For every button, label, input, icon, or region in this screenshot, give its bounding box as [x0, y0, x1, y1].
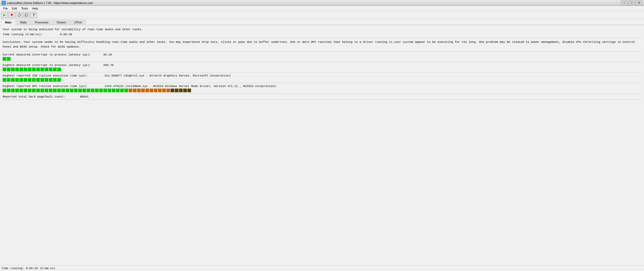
main-content: Your system is being analyzed for suitab… — [0, 25, 644, 271]
divider-4 — [3, 72, 641, 73]
divider-3 — [3, 62, 641, 62]
metric-current-latency-bar — [3, 57, 641, 61]
metric-isr-label: Highest reported ISR routine execution t… — [3, 74, 641, 77]
metric-dpc-extra: (nvlddmkm.sys - NVIDIA Windows Kernel Mo… — [125, 85, 276, 88]
metric-isr-value: 311.509877 — [104, 74, 122, 77]
menu-file[interactable]: File — [1, 6, 10, 11]
refresh-button[interactable] — [16, 12, 23, 18]
menu-edit[interactable]: Edit — [10, 6, 19, 11]
menu-tools[interactable]: Tools — [19, 6, 30, 11]
metric-highest-latency-bar — [3, 68, 641, 71]
play-button[interactable]: ▶ — [1, 12, 8, 18]
time-running-line: Time running (h:mm:ss): 0:05:28 — [3, 32, 641, 37]
tab-cpus[interactable]: CPUs — [70, 20, 86, 25]
svg-marker-0 — [18, 13, 20, 14]
metric-dpc-bar — [3, 89, 641, 92]
divider-1 — [3, 38, 641, 38]
title-bar: L LatencyMon (Home Edition) v 7.00 - htt… — [0, 0, 644, 6]
metric-highest-latency: Highest measured interrupt to process la… — [3, 64, 641, 71]
metric-current-latency: Current measured interrupt to process la… — [3, 53, 641, 61]
metric-isr: Highest reported ISR routine execution t… — [3, 74, 641, 82]
time-running-label: Time running (h:mm:ss): — [3, 33, 43, 36]
metric-isr-bar — [3, 78, 641, 82]
tab-stats[interactable]: Stats — [16, 20, 30, 25]
divider-7 — [3, 99, 641, 100]
menu-bar: File Edit Tools Help — [0, 6, 644, 11]
help-button[interactable]: ? — [30, 12, 37, 18]
bar-seg — [7, 57, 10, 61]
metric-pagefault-label: Reported total hard pagefault count: 608… — [3, 95, 641, 98]
svg-rect-2 — [26, 13, 28, 16]
metric-highest-latency-label: Highest measured interrupt to process la… — [3, 64, 641, 67]
menu-help[interactable]: Help — [30, 6, 40, 11]
title-bar-text: LatencyMon (Home Edition) v 7.00 - https… — [7, 1, 621, 4]
toolbar: ▶ ■ ? — [0, 11, 644, 19]
close-button[interactable]: ✕ — [636, 1, 642, 5]
bar-seg — [3, 57, 6, 61]
time-running-value: 0:05:28 — [60, 33, 72, 36]
tab-drivers[interactable]: Drivers — [53, 20, 70, 25]
tab-main[interactable]: Main — [1, 20, 15, 25]
window-controls: – □ ✕ — [621, 1, 642, 5]
metric-dpc-value: 1343.470123 — [104, 85, 124, 88]
copy-button[interactable] — [23, 12, 30, 18]
conclusion-text: Conclusion: Your system seems to be havi… — [3, 40, 641, 49]
metric-dpc-label: Highest reported DPC routine execution t… — [3, 85, 641, 88]
divider-5 — [3, 83, 641, 83]
metric-highest-latency-value: 299.70 — [103, 64, 114, 67]
status-bar: Time running: 0:05:28 (h:mm:ss) — [0, 265, 644, 271]
app-icon: L — [2, 1, 6, 5]
tab-bar: Main Stats Processes Drivers CPUs — [0, 19, 644, 25]
metric-current-latency-value: 38.10 — [103, 53, 112, 56]
minimize-button[interactable]: – — [621, 1, 628, 5]
metric-dpc: Highest reported DPC routine execution t… — [3, 85, 641, 92]
metric-pagefault-value: 60841 — [80, 95, 88, 98]
divider-6 — [3, 93, 641, 94]
maximize-button[interactable]: □ — [628, 1, 635, 5]
divider-2 — [3, 51, 641, 52]
status-line1: Your system is being analyzed for suitab… — [3, 27, 641, 32]
metric-current-latency-label: Current measured interrupt to process la… — [3, 53, 641, 56]
metric-pagefault: Reported total hard pagefault count: 608… — [3, 95, 641, 98]
stop-button[interactable]: ■ — [8, 12, 15, 18]
tab-processes[interactable]: Processes — [31, 20, 52, 25]
metric-isr-extra: (dxgkrnl.sys - DirectX Graphics Kernel, … — [124, 74, 231, 77]
status-bar-text: Time running: 0:05:28 (h:mm:ss) — [2, 267, 55, 270]
